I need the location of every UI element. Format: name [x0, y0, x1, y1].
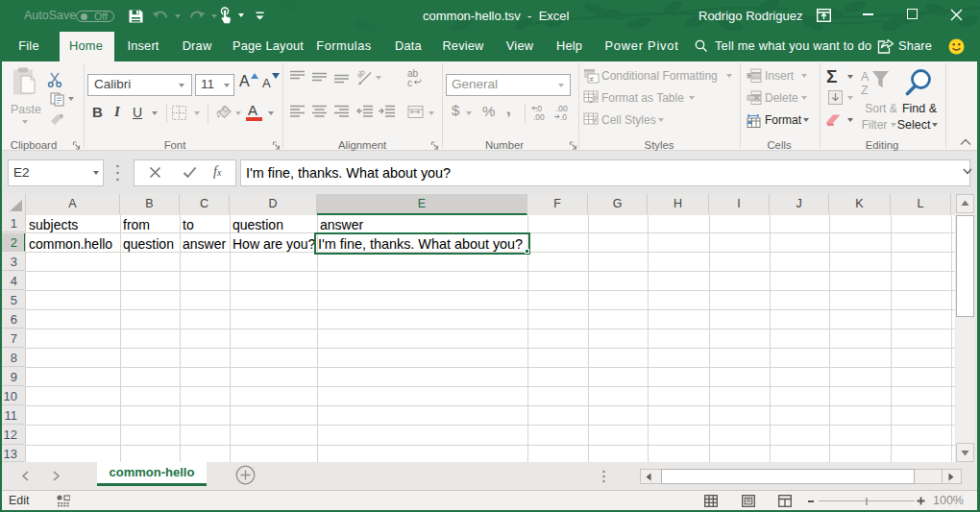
svg-text:c: c: [407, 78, 412, 87]
svg-text:A: A: [861, 70, 870, 84]
svg-text:.0: .0: [560, 112, 567, 121]
svg-text:≠: ≠: [590, 75, 595, 84]
svg-text:Z: Z: [861, 84, 869, 97]
svg-text:.00: .00: [533, 112, 545, 121]
